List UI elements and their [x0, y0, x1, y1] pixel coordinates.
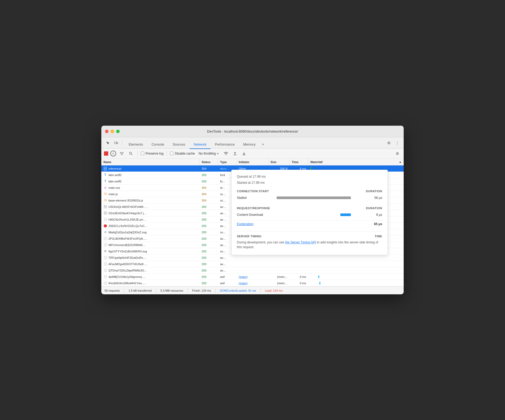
preserve-log-label[interactable]: Preserve log [141, 152, 163, 155]
filter-icon[interactable] [118, 150, 125, 157]
file-icon: ⚙ [103, 250, 107, 253]
sep [188, 288, 188, 293]
resources-size: 5.3 MB resources [160, 289, 183, 292]
tab-more[interactable]: » [260, 140, 266, 148]
file-icon [103, 218, 107, 221]
stalled-label: Stalled [237, 196, 274, 200]
tab-performance[interactable]: Performance [211, 141, 239, 149]
content-download-bar-area [277, 213, 366, 216]
maximize-button[interactable] [116, 130, 120, 133]
cell-name: QTDnaY32hLDipeRW8e3O… [101, 267, 199, 273]
queued-at: Queued at 17.98 ms [237, 174, 382, 179]
server-timing-api-link[interactable]: the Server Timing API [285, 240, 316, 244]
cell-type: avif [218, 274, 237, 280]
cell-name: 20E6CLcSzNV2GELQu7oC… [101, 223, 199, 229]
close-button[interactable] [105, 130, 108, 133]
wifi-icon[interactable] [223, 150, 229, 157]
devtools-window: DevTools - localhost:8080/docs/devtools/… [101, 126, 404, 294]
settings-icon[interactable]: ⚙ [385, 139, 393, 147]
file-icon [103, 256, 107, 260]
device-toggle-icon[interactable] [112, 139, 120, 147]
file-icon: # [103, 186, 107, 190]
cell-time [290, 255, 308, 261]
file-icon [103, 269, 107, 272]
preserve-log-checkbox[interactable] [141, 152, 144, 155]
col-size[interactable]: Size [268, 159, 290, 165]
cell-name: T latin.woff2 [101, 178, 199, 184]
search-icon[interactable] [127, 150, 134, 157]
disable-cache-label[interactable]: Disable cache [170, 152, 195, 155]
server-timing-label: Server Timing [237, 235, 262, 238]
cell-time: 0 ms [290, 274, 308, 280]
tab-bar: Elements Console Sources Network Perform… [124, 137, 384, 148]
more-icon[interactable]: ⋮ [394, 139, 401, 147]
table-row[interactable]: lHvzbNUlrm2Mvd4H1Ywc…. 200 avif (index) … [101, 280, 404, 286]
cell-name: JS base-element-3018901b.js [101, 197, 199, 203]
cell-status: 200 [199, 255, 218, 261]
tab-network[interactable]: Network [190, 141, 211, 149]
table-row[interactable]: AFacMOgv6D0CFTr6U5e8…. 200 av… [101, 261, 404, 267]
col-initiator[interactable]: Initiator [237, 159, 268, 165]
col-waterfall[interactable]: Waterfall ▲ [308, 159, 404, 165]
col-status[interactable]: Status [199, 159, 218, 165]
cell-status: 200 [199, 204, 218, 210]
svg-point-7 [104, 212, 105, 213]
clear-button[interactable]: ⊘ [110, 151, 116, 156]
cell-initiator [237, 267, 268, 273]
sep [137, 151, 138, 156]
cell-status: 200 [199, 280, 218, 286]
upload-icon[interactable] [232, 150, 238, 157]
request-response-header: Request/Response DURATION [237, 207, 382, 210]
col-name[interactable]: Name [101, 159, 199, 165]
minimize-button[interactable] [111, 130, 114, 133]
cell-initiator [237, 255, 268, 261]
cell-status: 200 [199, 216, 218, 222]
tab-console[interactable]: Console [147, 141, 168, 149]
cell-initiator [237, 261, 268, 267]
cell-status: 200 [199, 267, 218, 273]
svg-rect-15 [104, 282, 107, 285]
cell-size: (mem… [268, 280, 290, 286]
table-row[interactable]: TRFujw0pi0nHF3GwDuRn…. 200 av… [101, 255, 404, 261]
file-icon: ⊘ [103, 230, 107, 234]
download-icon[interactable] [241, 150, 247, 157]
col-time[interactable]: Time [290, 159, 308, 165]
cell-time [290, 267, 308, 273]
cell-status: 200 [199, 229, 218, 235]
traffic-lights [105, 130, 120, 133]
explanation-link[interactable]: Explanation [237, 222, 254, 226]
cell-name: 4pIMBj7zOAk1y5Agmmoj…. [101, 274, 199, 280]
col-type[interactable]: Type [218, 159, 237, 165]
cell-size: (mem… [268, 274, 290, 280]
network-settings-icon[interactable]: ⚙ [394, 150, 401, 157]
content-download-bar [340, 213, 351, 216]
cell-name: ⚙ 9gzXiTYY0nZzBxGl6KRV.svg [101, 248, 199, 254]
network-panel: Name Status Type Initiator Size Time Wat… [101, 159, 404, 286]
tab-memory[interactable]: Memory [239, 141, 260, 149]
dom-content-loaded: DOMContentLoaded: 91 ms [220, 289, 256, 292]
file-icon [103, 167, 107, 170]
throttle-select[interactable]: No throttling [197, 151, 221, 156]
load-time: Load: 124 ms [265, 289, 283, 292]
time-label: TIME [375, 235, 382, 238]
disable-cache-checkbox[interactable] [170, 152, 173, 155]
svg-rect-13 [104, 269, 107, 272]
content-download-duration: 9 μs [369, 213, 382, 217]
file-icon [103, 262, 107, 266]
cell-waterfall [308, 274, 404, 280]
tab-elements[interactable]: Elements [124, 141, 147, 149]
cell-name: lHvzbNUlrm2Mvd4H1Ywc…. [101, 280, 199, 286]
table-row[interactable]: 4pIMBj7zOAk1y5Agmmoj…. 200 avif (index) … [101, 274, 404, 280]
table-row[interactable]: QTDnaY32hLDipeRW8e3O… 200 av… [101, 267, 404, 274]
duration-label-1: DURATION [366, 190, 382, 193]
cell-type: av… [218, 255, 237, 261]
file-icon [103, 211, 107, 215]
cell-status: 200 [199, 242, 218, 248]
sep [260, 288, 261, 293]
record-button[interactable] [104, 151, 108, 156]
cursor-icon[interactable] [104, 139, 111, 147]
tab-sources[interactable]: Sources [168, 141, 190, 149]
cell-size [268, 267, 290, 273]
duration-label-2: DURATION [366, 207, 382, 210]
cell-status: 304 [199, 185, 218, 191]
